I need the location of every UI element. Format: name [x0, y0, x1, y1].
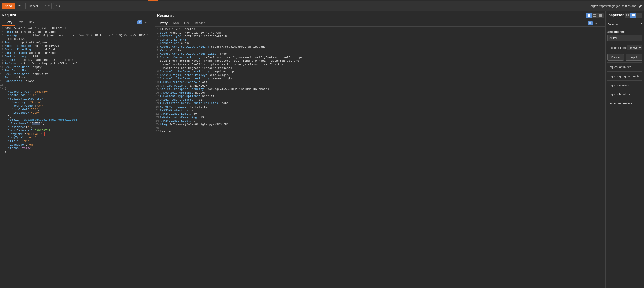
- tab-req-raw[interactable]: Raw: [15, 19, 26, 26]
- response-viewer[interactable]: 1HTTP/1.1 201 Created2Date: Wed, 17 May …: [155, 27, 606, 288]
- inspector-pane: Inspector Selection 5 Selected text ALIC…: [606, 11, 644, 288]
- svg-rect-12: [626, 14, 627, 16]
- svg-rect-16: [638, 14, 640, 15]
- menu-icon[interactable]: [599, 21, 602, 25]
- request-title: Request: [2, 13, 16, 17]
- svg-rect-17: [638, 15, 640, 15]
- layout-rows-button[interactable]: [592, 13, 598, 18]
- menu-icon[interactable]: [149, 20, 152, 24]
- selection-count: 5: [640, 23, 642, 26]
- tab-res-pretty[interactable]: Pretty: [157, 20, 170, 27]
- layout-columns-button[interactable]: [586, 13, 592, 18]
- svg-rect-4: [588, 15, 589, 17]
- svg-rect-13: [628, 14, 629, 16]
- insp-request-attributes[interactable]: Request attributes: [608, 62, 642, 71]
- svg-rect-3: [149, 23, 152, 23]
- inspector-apply-button[interactable]: Appl: [626, 54, 642, 61]
- filter-icon[interactable]: [588, 21, 592, 25]
- send-button[interactable]: Send: [2, 3, 15, 9]
- request-pane: Request Pretty Raw Hex \n 1POST /api/v1/…: [0, 11, 155, 288]
- svg-rect-8: [599, 15, 602, 17]
- insp-layout-a[interactable]: [624, 13, 630, 18]
- insp-request-cookies[interactable]: Request cookies: [608, 81, 642, 90]
- insp-response-headers[interactable]: Response headers: [608, 99, 642, 108]
- svg-rect-11: [599, 24, 602, 24]
- response-title: Response: [157, 14, 174, 18]
- tab-req-hex[interactable]: Hex: [26, 19, 37, 26]
- svg-rect-18: [638, 16, 640, 16]
- selection-label: Selection: [608, 23, 620, 26]
- layout-single-button[interactable]: [598, 13, 604, 18]
- insp-request-headers[interactable]: Request headers: [608, 90, 642, 99]
- insp-layout-b[interactable]: [630, 13, 636, 18]
- filter-icon[interactable]: [137, 20, 142, 25]
- prev-button[interactable]: ▾: [43, 3, 52, 9]
- inspector-title: Inspector: [608, 13, 624, 17]
- insp-layout-c[interactable]: [636, 13, 642, 18]
- selected-text-value[interactable]: ALICE: [608, 35, 642, 41]
- svg-point-0: [20, 5, 20, 6]
- decoded-from-select[interactable]: Select: [627, 45, 642, 50]
- chevron-left-icon: [45, 5, 47, 7]
- svg-rect-2: [149, 22, 152, 22]
- tab-res-render[interactable]: Render: [192, 20, 207, 27]
- tab-req-pretty[interactable]: Pretty: [2, 19, 15, 26]
- insp-request-query[interactable]: Request query parameters: [608, 71, 642, 81]
- gear-icon: [18, 4, 22, 7]
- newline-icon[interactable]: \n: [595, 22, 597, 25]
- request-editor[interactable]: 1POST /api/v1/auth/register HTTP/1.12Hos…: [0, 26, 155, 288]
- cancel-button[interactable]: Cancel: [25, 3, 41, 9]
- inspector-cancel-button[interactable]: Cancel: [608, 54, 624, 61]
- tab-res-hex[interactable]: Hex: [182, 20, 192, 27]
- svg-rect-15: [633, 14, 635, 16]
- svg-rect-7: [594, 16, 596, 17]
- settings-button[interactable]: [16, 3, 24, 9]
- newline-icon[interactable]: \n: [144, 21, 146, 24]
- svg-rect-1: [149, 21, 152, 21]
- decoded-from-label: Decoded from:: [608, 46, 626, 50]
- svg-rect-6: [594, 15, 596, 15]
- svg-rect-14: [632, 14, 633, 16]
- active-tab-indicator: [148, 0, 158, 1]
- target-label: Target: https://stagingapi.truffles.one: [589, 4, 636, 8]
- edit-target-icon[interactable]: [638, 4, 642, 8]
- next-button[interactable]: ▾: [53, 3, 62, 9]
- svg-rect-10: [599, 23, 602, 23]
- selected-text-label: Selected text: [608, 28, 642, 35]
- response-pane: Response Pretty Raw Hex Render \n 1HTTP/: [155, 11, 606, 288]
- chevron-right-icon: [55, 5, 57, 7]
- tab-res-raw[interactable]: Raw: [170, 20, 182, 27]
- svg-rect-5: [589, 15, 590, 17]
- toolbar: Send Cancel ▾ ▾ Target: https://staginga…: [0, 1, 644, 11]
- svg-rect-9: [599, 22, 602, 22]
